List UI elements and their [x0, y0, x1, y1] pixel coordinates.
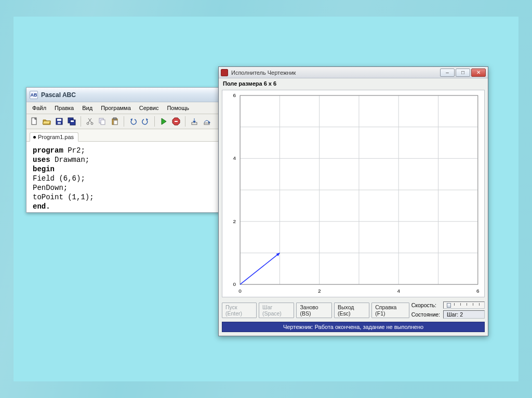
- copy-button[interactable]: [97, 116, 108, 127]
- speed-slider[interactable]: [443, 301, 485, 309]
- menu-program[interactable]: Программа: [97, 104, 135, 112]
- svg-point-10: [91, 122, 93, 125]
- svg-text:6: 6: [233, 92, 236, 98]
- menu-view[interactable]: Вид: [78, 104, 96, 112]
- pascal-tabs: Program1.pas: [26, 129, 219, 142]
- code-text: Field (6,6);: [33, 174, 85, 183]
- maximize-button[interactable]: □: [456, 68, 470, 77]
- modified-indicator-icon: [33, 136, 36, 139]
- redo-button[interactable]: [140, 116, 151, 127]
- svg-rect-15: [113, 118, 116, 119]
- run-button[interactable]: Пуск (Enter): [222, 303, 257, 318]
- save-all-button[interactable]: [66, 116, 77, 127]
- pascal-abc-window: AB Pascal ABC Файл Правка Вид Программа …: [26, 87, 219, 213]
- menu-edit[interactable]: Правка: [51, 104, 77, 112]
- state-value: Шаг: 2: [443, 310, 485, 319]
- menu-file[interactable]: Файл: [29, 104, 50, 112]
- toolbar-separator: [124, 116, 124, 127]
- drawman-titlebar[interactable]: Исполнитель Чертежник – □ ✕: [219, 67, 488, 78]
- kw-end: end.: [33, 202, 50, 211]
- step-into-button[interactable]: [189, 116, 200, 127]
- menu-help[interactable]: Помощь: [163, 104, 193, 112]
- code-text: toPoint (1,1);: [33, 193, 94, 201]
- pascal-titlebar[interactable]: AB Pascal ABC: [26, 88, 219, 102]
- toolbar-separator: [154, 116, 155, 127]
- drawman-app-icon: [221, 69, 228, 76]
- svg-rect-6: [71, 120, 74, 122]
- slider-thumb-icon[interactable]: [447, 303, 451, 308]
- svg-point-9: [87, 122, 89, 125]
- help-button[interactable]: Справка (F1): [371, 303, 409, 318]
- tab-label: Program1.pas: [38, 134, 74, 140]
- svg-text:4: 4: [397, 288, 400, 294]
- pascal-menubar: Файл Правка Вид Программа Сервис Помощь: [26, 102, 219, 114]
- pascal-app-icon: AB: [30, 91, 38, 99]
- stop-button[interactable]: [170, 116, 182, 127]
- window-controls: – □ ✕: [440, 68, 486, 77]
- toolbar-separator: [81, 116, 81, 127]
- drawman-status: Чертежник: Работа окончена, задание не в…: [222, 322, 485, 332]
- kw-program: program: [33, 146, 63, 155]
- step-button[interactable]: Шаг (Space): [259, 303, 294, 318]
- cut-button[interactable]: [84, 116, 96, 127]
- svg-text:4: 4: [233, 155, 236, 161]
- svg-text:6: 6: [476, 288, 480, 294]
- file-tab[interactable]: Program1.pas: [30, 132, 78, 142]
- drawing-field: 02460246: [222, 90, 485, 297]
- svg-marker-18: [162, 118, 166, 125]
- code-text: Drawman;: [50, 156, 90, 164]
- speed-label: Скорость:: [411, 302, 440, 308]
- reset-button[interactable]: Заново (BS): [296, 303, 331, 318]
- svg-rect-2: [57, 119, 61, 121]
- pascal-toolbar: [26, 114, 219, 129]
- run-button[interactable]: [158, 116, 169, 127]
- svg-text:2: 2: [233, 218, 236, 224]
- paste-button[interactable]: [109, 116, 121, 127]
- kw-uses: uses: [33, 156, 50, 164]
- svg-rect-20: [175, 121, 178, 122]
- kw-begin: begin: [33, 165, 55, 173]
- svg-text:0: 0: [233, 281, 236, 287]
- toolbar-separator: [185, 116, 185, 127]
- minimize-button[interactable]: –: [440, 68, 455, 77]
- field-size-label: Поле размера 6 x 6: [219, 78, 488, 89]
- drawman-window: Исполнитель Чертежник – □ ✕ Поле размера…: [218, 66, 488, 336]
- code-editor[interactable]: program Pr2; uses Drawman; begin Field (…: [26, 142, 219, 215]
- save-button[interactable]: [54, 116, 65, 127]
- undo-button[interactable]: [127, 116, 139, 127]
- close-button[interactable]: ✕: [471, 68, 486, 77]
- svg-rect-12: [101, 120, 105, 125]
- open-file-button[interactable]: [41, 116, 52, 127]
- menu-service[interactable]: Сервис: [136, 104, 163, 112]
- drawman-controls: Пуск (Enter) Шаг (Space) Заново (BS) Вых…: [219, 299, 488, 321]
- step-over-button[interactable]: [201, 116, 212, 127]
- svg-rect-14: [114, 120, 117, 125]
- code-text: PenDown;: [33, 184, 68, 192]
- svg-text:0: 0: [238, 288, 242, 294]
- code-text: Pr2;: [63, 146, 85, 155]
- new-file-button[interactable]: [29, 116, 40, 127]
- drawman-title-text: Исполнитель Чертежник: [231, 70, 296, 76]
- field-svg: 02460246: [222, 90, 484, 297]
- svg-text:2: 2: [318, 288, 321, 294]
- exit-button[interactable]: Выход (Esc): [334, 303, 369, 318]
- svg-rect-3: [58, 122, 61, 124]
- state-label: Состояние:: [411, 311, 440, 318]
- pascal-title-text: Pascal ABC: [41, 91, 76, 99]
